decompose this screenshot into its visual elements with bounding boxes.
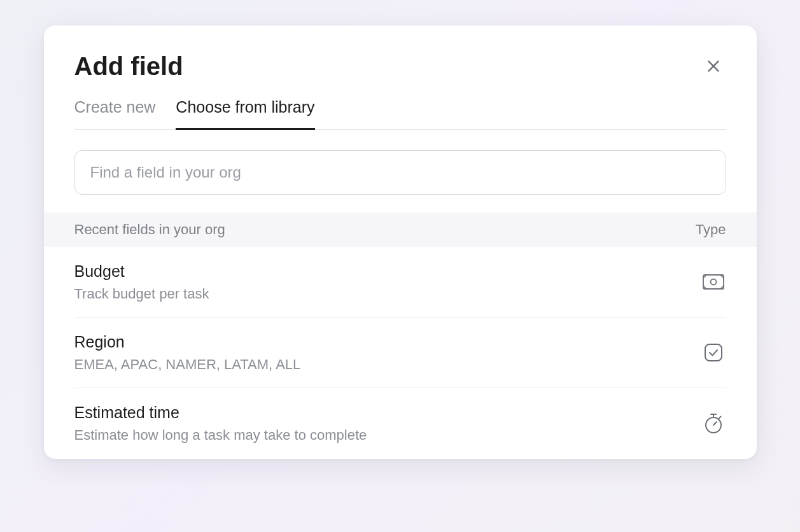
close-button[interactable] xyxy=(701,53,726,79)
tabs: Create new Choose from library xyxy=(74,98,726,130)
field-description: Estimate how long a task may take to com… xyxy=(74,426,685,445)
add-field-modal: Add field Create new Choose from library… xyxy=(44,25,757,459)
svg-point-3 xyxy=(710,279,716,285)
stopwatch-icon xyxy=(701,410,726,436)
section-type-label: Type xyxy=(696,221,726,238)
field-list: Budget Track budget per task Region EMEA… xyxy=(44,247,757,459)
modal-header: Add field Create new Choose from library xyxy=(44,25,757,130)
field-name: Region xyxy=(74,332,685,353)
field-row-text: Estimated time Estimate how long a task … xyxy=(74,402,685,444)
section-label: Recent fields in your org xyxy=(74,221,225,238)
tab-create-new[interactable]: Create new xyxy=(74,98,156,130)
modal-title: Add field xyxy=(74,52,183,80)
svg-line-8 xyxy=(719,417,721,419)
field-row-region[interactable]: Region EMEA, APAC, NAMER, LATAM, ALL xyxy=(74,318,726,388)
svg-rect-2 xyxy=(703,275,724,289)
field-description: Track budget per task xyxy=(74,284,685,304)
search-input[interactable] xyxy=(74,150,726,195)
field-name: Estimated time xyxy=(74,402,685,423)
section-header: Recent fields in your org Type xyxy=(44,213,757,247)
field-name: Budget xyxy=(74,261,685,282)
field-row-text: Region EMEA, APAC, NAMER, LATAM, ALL xyxy=(74,332,685,374)
tab-choose-from-library[interactable]: Choose from library xyxy=(176,98,314,130)
search-wrap xyxy=(44,130,757,213)
field-row-text: Budget Track budget per task xyxy=(74,261,685,303)
select-icon xyxy=(701,340,726,365)
field-row-estimated-time[interactable]: Estimated time Estimate how long a task … xyxy=(74,388,726,458)
svg-line-9 xyxy=(713,422,717,425)
field-row-budget[interactable]: Budget Track budget per task xyxy=(74,247,726,318)
title-row: Add field xyxy=(74,52,726,80)
field-description: EMEA, APAC, NAMER, LATAM, ALL xyxy=(74,355,685,374)
svg-rect-4 xyxy=(705,344,722,361)
currency-icon xyxy=(701,269,726,295)
close-icon xyxy=(705,58,722,74)
